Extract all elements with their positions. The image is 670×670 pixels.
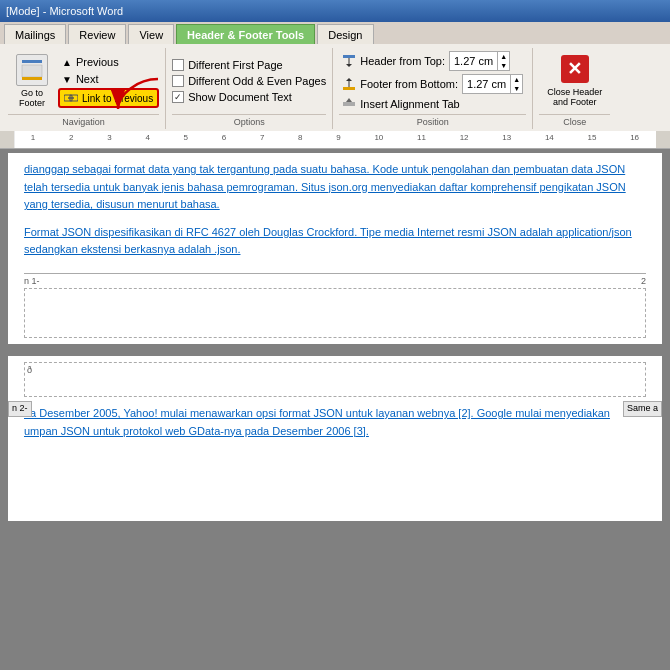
show-document-text-label: Show Document Text [188,91,292,103]
link-to-previous-button[interactable]: Link to Previous [58,88,159,108]
footer-section-label: n 1- 2 [24,273,646,286]
header-from-top-value: 1.27 cm [450,54,497,68]
header-from-top-up[interactable]: ▲ [498,52,509,61]
header-box-2: ð [24,362,646,397]
footer-from-bottom-value: 1.27 cm [463,77,510,91]
previous-label: Previous [76,56,119,68]
same-label: Same a [623,401,662,417]
document-page-1: dianggap sebagai format data yang tak te… [8,153,662,273]
footer-box-1 [24,288,646,338]
options-group: Different First Page Different Odd & Eve… [166,48,333,129]
navigation-group: Go toFooter ▲ Previous ▼ Next [2,48,166,129]
svg-rect-1 [22,65,42,77]
next-button[interactable]: ▼ Next [58,71,159,87]
document-page-2: n 2- Same a da Desember 2005, Yahoo! mul… [8,401,662,521]
nav-buttons: Go toFooter ▲ Previous ▼ Next [8,50,159,112]
ruler-marks: /* ruler marks rendered via CSS backgrou… [14,131,656,149]
insert-alignment-tab-icon [342,97,356,111]
ribbon: Go toFooter ▲ Previous ▼ Next [0,44,670,131]
tab-design[interactable]: Design [317,24,373,44]
go-to-footer-icon [16,54,48,86]
header-area-2: ð [8,356,662,401]
different-first-page-option[interactable]: Different First Page [172,59,326,71]
ribbon-tabs: Mailings Review View Header & Footer Too… [0,22,670,44]
footer-from-bottom-arrows[interactable]: ▲ ▼ [510,75,522,93]
tab-review[interactable]: Review [68,24,126,44]
paragraph-3: da Desember 2005, Yahoo! mulai menawarka… [24,401,646,440]
link-to-previous-label: Link to Previous [82,93,153,104]
next-label: Next [76,73,99,85]
ruler-inner: /* ruler marks rendered via CSS backgrou… [14,131,656,148]
footer-from-bottom-label: Footer from Bottom: [360,78,458,90]
different-odd-even-option[interactable]: Different Odd & Even Pages [172,75,326,87]
ruler: /* ruler marks rendered via CSS backgrou… [0,131,670,149]
svg-rect-12 [343,102,355,106]
close-header-footer-button[interactable]: ✕ Close Header and Footer [539,51,610,111]
title-text: [Mode] - Microsoft Word [6,5,123,17]
different-first-page-checkbox[interactable] [172,59,184,71]
document-area: dianggap sebagai format data yang tak te… [0,149,670,670]
position-group-label: Position [339,114,526,127]
footer-2-section-label: n 2- [8,401,32,417]
footer-from-bottom-icon [342,77,356,91]
svg-rect-0 [22,60,42,63]
page-number: 2 [641,276,646,286]
header-from-top-spinner[interactable]: 1.27 cm ▲ ▼ [449,51,510,71]
navigation-group-label: Navigation [8,114,159,127]
tab-mailings[interactable]: Mailings [4,24,66,44]
footer-from-bottom-spinner[interactable]: 1.27 cm ▲ ▼ [462,74,523,94]
header-from-top-label: Header from Top: [360,55,445,67]
title-bar: [Mode] - Microsoft Word [0,0,670,22]
header-from-top-down[interactable]: ▼ [498,61,509,70]
insert-alignment-tab-label: Insert Alignment Tab [360,98,459,110]
position-content: Header from Top: 1.27 cm ▲ ▼ [342,50,523,112]
close-group: ✕ Close Header and Footer Close [533,48,616,129]
tab-header-footer-tools[interactable]: Header & Footer Tools [176,24,315,44]
paragraph-2: Format JSON dispesifikasikan di RFC 4627… [24,224,646,259]
options-group-label: Options [172,114,326,127]
insert-alignment-tab-row[interactable]: Insert Alignment Tab [342,97,523,111]
different-first-page-label: Different First Page [188,59,283,71]
svg-marker-13 [346,98,352,102]
footer-from-bottom-down[interactable]: ▼ [511,84,522,93]
go-to-footer-button[interactable]: Go toFooter [8,50,56,112]
svg-rect-2 [22,77,42,80]
close-x-icon: ✕ [561,55,589,83]
show-document-text-option[interactable]: Show Document Text [172,91,326,103]
previous-icon: ▲ [62,57,72,68]
position-group: Header from Top: 1.27 cm ▲ ▼ [333,48,533,129]
header-from-top-icon [342,54,356,68]
svg-rect-6 [343,55,355,58]
go-to-footer-label: Go toFooter [19,88,45,108]
close-header-footer-label: Close Header and Footer [547,87,602,107]
svg-marker-11 [346,78,352,81]
svg-rect-9 [343,87,355,90]
close-group-label: Close [539,114,610,127]
prev-next-link-buttons: ▲ Previous ▼ Next [58,54,159,108]
footer-area-1: n 1- 2 [8,273,662,344]
link-to-previous-icon [64,92,78,104]
page-break [0,344,670,356]
footer-from-bottom-row: Footer from Bottom: 1.27 cm ▲ ▼ [342,74,523,94]
different-odd-even-checkbox[interactable] [172,75,184,87]
previous-button[interactable]: ▲ Previous [58,54,159,70]
show-document-text-checkbox[interactable] [172,91,184,103]
paragraph-1: dianggap sebagai format data yang tak te… [24,161,646,214]
options-content: Different First Page Different Odd & Eve… [172,50,326,112]
header-page-indicator: ð [25,363,645,377]
svg-marker-8 [346,64,352,67]
footer-from-bottom-up[interactable]: ▲ [511,75,522,84]
header-from-top-row: Header from Top: 1.27 cm ▲ ▼ [342,51,523,71]
footer-1-label: n 1- [24,276,40,286]
next-icon: ▼ [62,74,72,85]
tab-view[interactable]: View [128,24,174,44]
header-from-top-arrows[interactable]: ▲ ▼ [497,52,509,70]
different-odd-even-label: Different Odd & Even Pages [188,75,326,87]
